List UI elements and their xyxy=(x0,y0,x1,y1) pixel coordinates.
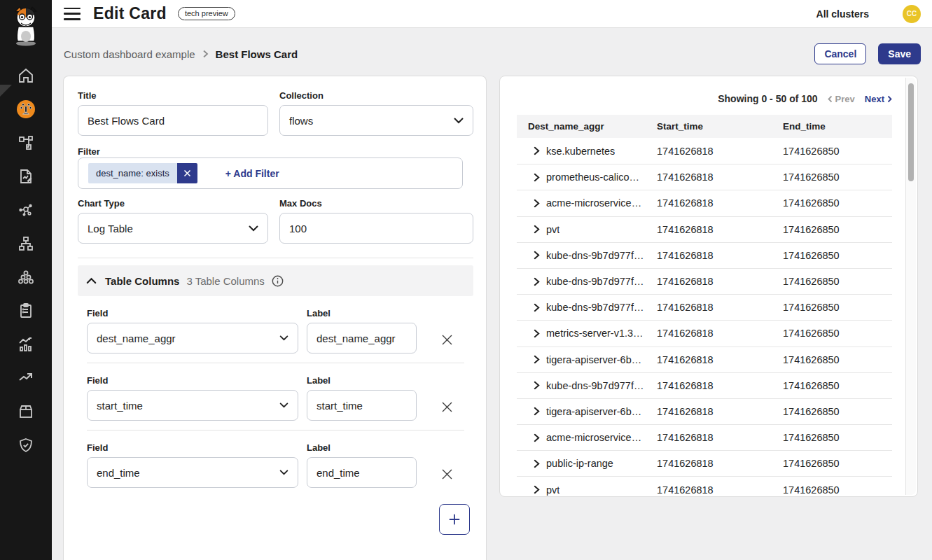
sidebar-item-reports[interactable] xyxy=(0,160,52,193)
collapse-chevron-up-icon[interactable] xyxy=(86,277,97,284)
cluster-selector[interactable]: All clusters xyxy=(816,8,869,20)
sidebar-item-home[interactable] xyxy=(0,59,52,92)
table-row: acme-microservice…17416268181741626850 xyxy=(517,424,892,450)
expand-row-chevron-icon[interactable] xyxy=(534,355,540,364)
start-time-cell: 1741626818 xyxy=(646,328,772,339)
avatar[interactable]: CC xyxy=(903,5,921,23)
scrollbar-thumb[interactable] xyxy=(908,83,914,181)
title-input[interactable] xyxy=(78,105,268,136)
expand-row-chevron-icon[interactable] xyxy=(534,303,540,312)
info-icon[interactable] xyxy=(272,275,284,287)
expand-row-chevron-icon[interactable] xyxy=(534,459,540,468)
expand-row-chevron-icon[interactable] xyxy=(534,329,540,338)
dest-name-cell: kse.kubernetes xyxy=(546,146,615,157)
expand-row-chevron-icon[interactable] xyxy=(534,433,540,442)
sidebar-item-compliance[interactable] xyxy=(0,294,52,328)
divider xyxy=(87,430,464,430)
remove-column-icon[interactable] xyxy=(440,400,454,414)
dest-name-cell: public-ip-range xyxy=(546,458,613,469)
column-label-input[interactable] xyxy=(307,457,417,488)
dest-name-cell: prometheus-calico… xyxy=(546,172,639,183)
package-box-icon xyxy=(18,403,34,420)
calico-logo[interactable] xyxy=(6,4,46,48)
table-columns-header[interactable]: Table Columns 3 Table Columns xyxy=(78,265,473,296)
end-time-cell: 1741626850 xyxy=(772,354,892,365)
expand-row-chevron-icon[interactable] xyxy=(534,277,540,286)
sidebar-item-statistics[interactable] xyxy=(0,328,52,361)
sidebar-item-sitemap[interactable] xyxy=(0,227,52,260)
chart-type-select-value: Log Table xyxy=(88,223,249,234)
sidebar xyxy=(0,0,52,560)
start-time-cell: 1741626818 xyxy=(646,484,772,496)
start-time-cell: 1741626818 xyxy=(646,146,772,157)
sidebar-item-service-graph[interactable] xyxy=(0,193,52,227)
table-row: kse.kubernetes17416268181741626850 xyxy=(517,138,892,164)
breadcrumb-parent-link[interactable]: Custom dashboard example xyxy=(64,48,195,60)
next-page-button[interactable]: Next xyxy=(865,94,892,104)
field-label: Field xyxy=(87,442,298,453)
add-filter-button[interactable]: + Add Filter xyxy=(225,168,279,179)
column-label-group: Label xyxy=(307,442,417,488)
table-row: kube-dns-9b7d977f…17416268181741626850 xyxy=(517,294,892,320)
expand-row-chevron-icon[interactable] xyxy=(534,146,540,155)
chart-type-label: Chart Type xyxy=(78,198,268,209)
expand-row-chevron-icon[interactable] xyxy=(534,251,540,260)
start-time-cell: 1741626818 xyxy=(646,197,772,209)
filter-chip-remove-icon[interactable] xyxy=(177,163,197,183)
table-column-row: Fieldstart_timeLabel xyxy=(87,375,473,421)
expand-row-chevron-icon[interactable] xyxy=(534,381,540,390)
dest-name-cell: tigera-apiserver-6b… xyxy=(546,354,641,365)
chevron-down-icon xyxy=(279,470,288,475)
column-field-select[interactable]: end_time xyxy=(87,457,298,488)
start-time-cell: 1741626818 xyxy=(646,380,772,391)
next-label: Next xyxy=(865,94,884,104)
expand-row-chevron-icon[interactable] xyxy=(534,199,540,208)
table-row: acme-microservice…17416268181741626850 xyxy=(517,190,892,216)
collection-label: Collection xyxy=(279,90,473,101)
filter-box[interactable]: dest_name: exists + Add Filter xyxy=(78,158,463,189)
expand-row-chevron-icon[interactable] xyxy=(534,407,540,416)
column-field-select[interactable]: dest_name_aggr xyxy=(87,323,298,354)
remove-column-icon[interactable] xyxy=(440,467,454,482)
sidebar-item-packages[interactable] xyxy=(0,395,52,428)
cancel-button[interactable]: Cancel xyxy=(814,43,866,64)
preview-table-header: Dest_name_aggr Start_time End_time xyxy=(517,115,892,138)
end-time-cell: 1741626850 xyxy=(772,484,892,496)
hamburger-menu-icon[interactable] xyxy=(64,8,81,20)
add-column-row xyxy=(78,488,473,535)
prev-page-button[interactable]: Prev xyxy=(828,94,855,104)
column-field-select[interactable]: start_time xyxy=(87,390,298,421)
save-button[interactable]: Save xyxy=(878,43,921,64)
start-time-cell: 1741626818 xyxy=(646,432,772,443)
filter-chip: dest_name: exists xyxy=(88,163,197,183)
sidebar-item-trends[interactable] xyxy=(0,361,52,395)
chevron-right-icon xyxy=(887,95,892,103)
dest-name-cell: metrics-server-v1.3… xyxy=(546,328,644,339)
sidebar-item-security[interactable] xyxy=(0,428,52,462)
end-time-cell: 1741626850 xyxy=(772,328,892,339)
sidebar-item-clusters[interactable] xyxy=(0,260,52,294)
expand-row-chevron-icon[interactable] xyxy=(534,173,540,182)
column-label-input[interactable] xyxy=(307,323,417,354)
table-columns-title: Table Columns xyxy=(105,275,179,287)
start-time-cell: 1741626818 xyxy=(646,406,772,417)
sidebar-item-dashboards-active[interactable] xyxy=(0,92,52,126)
add-column-button[interactable] xyxy=(439,504,470,535)
vertical-scrollbar[interactable] xyxy=(905,78,916,495)
top-bar: Edit Card tech preview All clusters CC xyxy=(52,0,932,28)
expand-row-chevron-icon[interactable] xyxy=(534,225,540,234)
sidebar-item-topology[interactable] xyxy=(0,126,52,160)
max-docs-input[interactable] xyxy=(279,213,473,244)
remove-column-icon[interactable] xyxy=(440,332,454,347)
breadcrumb-chevron-icon xyxy=(202,50,209,58)
expand-row-chevron-icon[interactable] xyxy=(534,485,540,494)
chart-type-select[interactable]: Log Table xyxy=(78,213,268,244)
end-time-cell: 1741626850 xyxy=(772,432,892,443)
end-time-cell: 1741626850 xyxy=(772,380,892,391)
column-label-input[interactable] xyxy=(307,390,417,421)
table-columns-count: 3 Table Columns xyxy=(186,275,264,287)
collection-select[interactable]: flows xyxy=(279,105,473,136)
start-time-cell: 1741626818 xyxy=(646,458,772,469)
prev-label: Prev xyxy=(835,94,855,104)
column-field-value: start_time xyxy=(97,400,279,412)
